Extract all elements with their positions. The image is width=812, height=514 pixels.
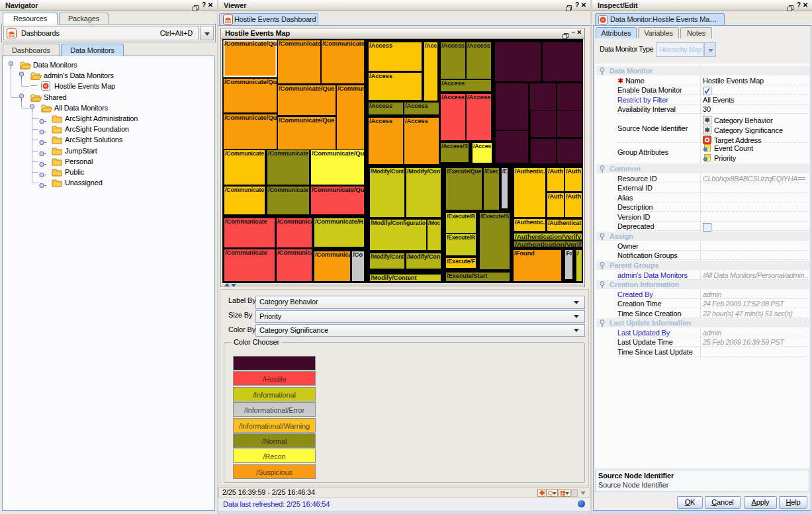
svg-text:/Access: /Access (369, 102, 392, 109)
svg-text:✱: ✱ (704, 126, 710, 134)
svg-text:/Communicate: /Communicate (268, 186, 308, 193)
svg-text:/Auth: /Auth (548, 167, 563, 175)
svg-text:/Communicate/Qu: /Communicate/Qu (224, 78, 277, 85)
svg-text:/Found: /Found (514, 249, 535, 257)
svg-text:/Access: /Access (369, 117, 392, 124)
svg-text:/Communicate: /Communicate (225, 218, 267, 225)
svg-text:/Modify/Cont: /Modify/Cont (371, 253, 404, 260)
svg-text:/Execute/S: /Execute/S (480, 212, 509, 220)
svg-text:/Modify/Cont: /Modify/Cont (371, 167, 404, 175)
svg-text:/Access: /Access (405, 102, 428, 109)
svg-text:/Access: /Access (441, 79, 465, 87)
svg-text:/Communicate/Qu: /Communicate/Qu (312, 150, 364, 157)
svg-text:/Exec: /Exec (484, 167, 498, 175)
svg-text:✱: ✱ (704, 116, 710, 124)
svg-text:/E: /E (502, 167, 507, 175)
svg-text:/Access: /Access (441, 93, 465, 101)
svg-text:/Communicate/Qu: /Communicate/Qu (224, 40, 277, 47)
svg-text:/Access: /Access (369, 72, 392, 79)
svg-text:/Communica: /Communica (315, 251, 352, 258)
svg-text:/Communicate: /Communicate (279, 40, 321, 47)
svg-text:/Communicate: /Communicate (225, 249, 267, 256)
svg-text:/Communicate/R: /Communicate/R (315, 218, 363, 225)
svg-text:/Fo: /Fo (566, 249, 572, 257)
svg-text:/Authentic.: /Authentic. (515, 167, 545, 175)
svg-text:/Execute/F: /Execute/F (447, 257, 475, 265)
svg-text:/Communicate/Que: /Communicate/Que (279, 116, 334, 124)
svg-text:/Access: /Access (369, 42, 392, 49)
svg-text:/Acc: /Acc (425, 42, 437, 49)
svg-text:/Authentication/Verify: /Authentication/Verify (515, 233, 582, 240)
svg-text:/Communicate: /Communicate (225, 150, 264, 157)
svg-text:/Execute/Que: /Execute/Que (447, 167, 481, 175)
svg-text:/Communica: /Communica (277, 218, 314, 225)
svg-text:/Communicate/Que: /Communicate/Que (279, 85, 334, 92)
svg-text:/Access: /Access (405, 117, 428, 124)
svg-text:/Modify/Con: /Modify/Con (407, 253, 440, 260)
svg-text:/Access: /Access (467, 93, 490, 101)
svg-text:/Communica: /Communica (277, 249, 314, 256)
svg-text:/Auth: /Auth (548, 193, 563, 200)
svg-text:/Co: /Co (353, 251, 363, 258)
svg-text:/Communicate: /Communicate (268, 150, 308, 157)
svg-text:/Moc: /Moc (428, 219, 440, 226)
svg-text:/Communicate: /Communicate (322, 40, 365, 47)
svg-text:/Commun: /Commun (338, 85, 366, 92)
svg-text:/Communicate/Qu: /Communicate/Qu (224, 114, 277, 121)
svg-text:/Access: /Access (467, 42, 490, 49)
svg-text:/Access: /Access (441, 42, 465, 49)
svg-text:/Authenticat: /Authenticat (548, 219, 582, 226)
svg-text:/Modify/Configuratio: /Modify/Configuratio (371, 219, 426, 226)
svg-text:/Communicate/Qu: /Communicate/Qu (312, 186, 364, 193)
svg-text:/Auth: /Auth (566, 167, 581, 175)
svg-text:/Authentication/Verif: /Authentication/Verif (515, 241, 582, 248)
svg-text:/Execute/R: /Execute/R (447, 234, 475, 241)
svg-text:/Modify/Content: /Modify/Content (371, 274, 418, 281)
svg-text:/Authentic.: /Authentic. (515, 218, 545, 226)
svg-text:/Communicate: /Communicate (225, 186, 264, 193)
svg-text:/Access/S: /Access/S (441, 142, 468, 150)
svg-text:/Modify/Con: /Modify/Con (407, 167, 440, 175)
svg-text:/Execute/Start: /Execute/Start (447, 272, 488, 279)
svg-text:/Acces: /Acces (473, 142, 491, 150)
svg-text:/Auth: /Auth (566, 193, 581, 200)
svg-text:/Execute/R: /Execute/R (447, 212, 475, 220)
